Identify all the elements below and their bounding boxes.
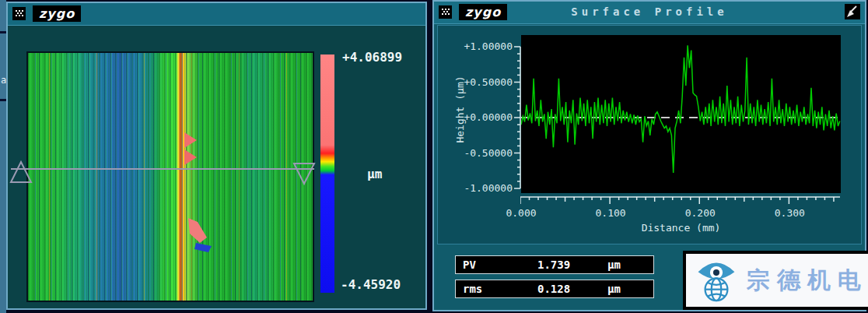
corner-tool-button[interactable]: [845, 4, 860, 19]
pv-value: 1.739: [537, 256, 570, 273]
rms-value: 0.128: [537, 280, 570, 297]
background-window-edge: a: [0, 0, 6, 313]
y-tick-label: +0.00000: [464, 111, 513, 123]
y-tick-label: +1.00000: [464, 40, 513, 52]
x-tick-labels: 0.0000.1000.2000.300: [521, 207, 841, 220]
eye-globe-logo-icon: [695, 258, 737, 303]
pv-label: PV: [463, 256, 476, 273]
desktop: a zygo: [0, 0, 868, 313]
x-tick-label: 0.000: [498, 207, 544, 219]
x-tick-label: 0.100: [587, 207, 634, 219]
surface-map-titlebar[interactable]: zygo: [8, 3, 425, 26]
x-tick-label: 0.200: [677, 207, 723, 219]
surface-profile-titlebar[interactable]: zygo Surface Profile: [434, 2, 865, 24]
rms-readout: rms 0.128 μm: [455, 280, 654, 298]
corner-arrow-icon: [845, 4, 860, 19]
window-menu-button[interactable]: [12, 7, 26, 20]
x-axis-title: Distance (mm): [521, 222, 841, 234]
rms-unit: μm: [607, 280, 621, 297]
zygo-logo: zygo: [33, 5, 81, 22]
profile-trace-svg: [521, 35, 841, 193]
colorbar-min-label: -4.45920: [341, 277, 401, 292]
y-tick-label: -0.50000: [464, 147, 513, 159]
pv-unit: μm: [607, 256, 621, 273]
window-menu-icon: [12, 7, 26, 20]
y-tick-labels: +1.00000+0.50000+0.00000-0.50000-1.00000: [447, 35, 513, 193]
background-window-divider: [0, 99, 6, 101]
x-tick-label: 0.300: [766, 207, 813, 219]
colorbar-max-label: +4.06899: [342, 50, 402, 65]
y-axis-ruler: [513, 35, 521, 193]
colorbar: [320, 55, 334, 293]
watermark: 宗德机电: [683, 251, 868, 310]
pv-readout: PV 1.739 μm: [455, 255, 654, 274]
window-title: Surface Profile: [434, 5, 865, 18]
x-axis-ruler: [520, 196, 842, 206]
surface-map-window: zygo +4.06899 μm -4.45920: [6, 2, 427, 310]
profile-plot-panel: Height (μm) +1.00000+0.50000+0.00000-0.5…: [437, 25, 862, 244]
watermark-text: 宗德机电: [747, 265, 868, 297]
profile-plot-area[interactable]: [521, 35, 841, 193]
colorbar-unit-label: μm: [367, 167, 382, 181]
profile-trace: [521, 45, 840, 173]
background-window-divider: [0, 31, 6, 33]
surface-map-plot[interactable]: [26, 51, 314, 302]
y-tick-label: -1.00000: [464, 182, 513, 194]
rms-label: rms: [463, 280, 482, 297]
y-tick-label: +0.50000: [464, 76, 513, 88]
